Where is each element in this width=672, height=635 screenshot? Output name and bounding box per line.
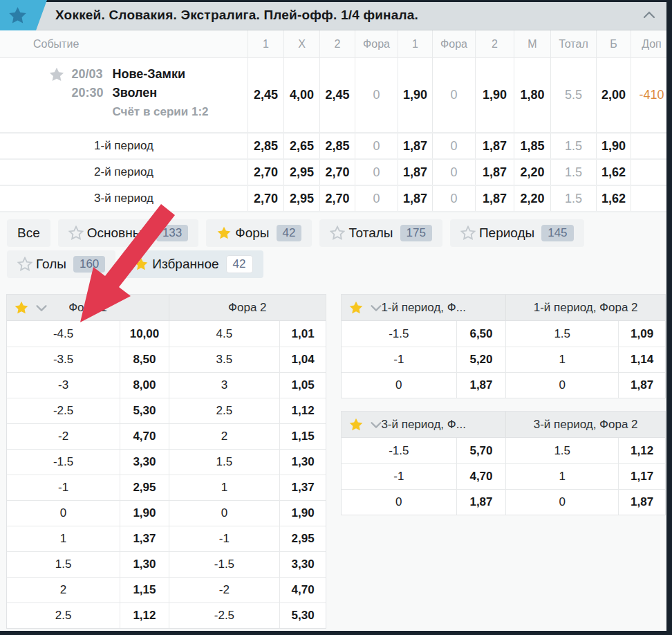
odds-cell[interactable]: 4,70 bbox=[456, 464, 506, 489]
odds-cell[interactable]: 2,85 bbox=[319, 134, 355, 158]
handicap-tables: Фора 1 Фора 2 -4.510,004.51,01-3.58,503.… bbox=[0, 282, 672, 629]
odds-cell[interactable]: 2,00 bbox=[596, 58, 631, 132]
odds-cell[interactable]: 1,87 bbox=[618, 373, 665, 398]
odds-cell[interactable]: 2,70 bbox=[319, 186, 355, 211]
filter-chip-goals[interactable]: Голы 160 bbox=[7, 250, 115, 278]
odds-cell[interactable]: 1,90 bbox=[120, 501, 169, 526]
star-filled-icon bbox=[133, 257, 149, 272]
table-body: -1.55,701.51,12-14,7011,1701,8701,87 bbox=[342, 438, 665, 515]
odds-cell[interactable]: 8,00 bbox=[120, 373, 169, 398]
odds-cell[interactable]: 6,50 bbox=[456, 321, 506, 347]
star-outline-icon bbox=[68, 226, 84, 241]
odds-cell[interactable]: 2,95 bbox=[279, 526, 326, 551]
filter-chip-main[interactable]: Основные 133 bbox=[58, 219, 199, 247]
odds-cell[interactable]: 1,87 bbox=[456, 373, 506, 398]
filter-row-2: Голы 160 Избранное 42 bbox=[7, 250, 665, 278]
handicap-cell: -2 bbox=[169, 578, 279, 602]
odds-cell[interactable]: 2,70 bbox=[248, 186, 283, 211]
odds-cell[interactable]: 3,30 bbox=[120, 450, 169, 475]
handicap-table-period1: 1-й период, Ф... 1-й период, Фора 2 -1.5… bbox=[341, 294, 666, 398]
odds-cell[interactable]: 1,05 bbox=[279, 373, 326, 398]
odds-cell[interactable]: 1,90 bbox=[279, 501, 326, 526]
odds-cell[interactable]: 1,17 bbox=[618, 464, 665, 489]
odds-cell[interactable]: 1,62 bbox=[596, 186, 631, 211]
odds-cell[interactable]: 1,62 bbox=[596, 160, 631, 185]
league-favorite-badge[interactable] bbox=[0, 0, 47, 30]
odds-cell[interactable]: 1,87 bbox=[456, 490, 506, 515]
odds-cell[interactable]: 1,12 bbox=[618, 438, 665, 463]
handicap-row: 2.51,12-2.55,30 bbox=[7, 602, 326, 628]
odds-cell[interactable]: 1,87 bbox=[398, 134, 432, 158]
param-cell: 0 bbox=[355, 134, 398, 158]
betting-page: Хоккей. Словакия. Экстралига. Плей-офф. … bbox=[0, 0, 672, 635]
odds-cell[interactable]: 5,30 bbox=[120, 398, 169, 423]
odds-cell[interactable]: 3,30 bbox=[279, 552, 326, 577]
odds-cell[interactable]: 2,70 bbox=[319, 160, 355, 185]
odds-cell[interactable]: 1,90 bbox=[596, 134, 631, 158]
extra-markets-cell[interactable]: -410 bbox=[631, 58, 672, 132]
odds-cell[interactable]: 2,45 bbox=[319, 58, 355, 132]
odds-cell[interactable]: 1,87 bbox=[475, 186, 514, 211]
odds-cell[interactable]: 4,70 bbox=[279, 578, 326, 602]
odds-cell[interactable]: 5,70 bbox=[456, 438, 506, 463]
odds-cell[interactable]: 8,50 bbox=[120, 347, 169, 372]
odds-cell[interactable]: 1,90 bbox=[475, 58, 514, 132]
odds-cell[interactable]: 1,87 bbox=[618, 490, 665, 515]
odds-cell[interactable]: 2,45 bbox=[248, 58, 283, 132]
odds-cell[interactable]: 5,20 bbox=[456, 347, 506, 372]
filter-chip-all[interactable]: Все bbox=[7, 219, 50, 247]
odds-cell[interactable]: 1,30 bbox=[120, 552, 169, 577]
odds-cell[interactable]: 1,12 bbox=[279, 398, 326, 423]
odds-cell[interactable]: 1,80 bbox=[514, 58, 550, 132]
odds-cell[interactable]: 2,95 bbox=[283, 186, 319, 211]
chevron-down-icon[interactable] bbox=[368, 417, 384, 432]
collapse-chevron-up-icon[interactable] bbox=[640, 7, 658, 24]
odds-cell[interactable]: 1,87 bbox=[475, 134, 514, 158]
odds-cell[interactable]: 4,00 bbox=[283, 58, 319, 132]
odds-cell[interactable]: 1,87 bbox=[398, 186, 432, 211]
odds-cell[interactable]: 2,20 bbox=[514, 160, 550, 185]
favorite-star-icon[interactable] bbox=[348, 300, 364, 315]
odds-cell[interactable]: 10,00 bbox=[120, 321, 169, 347]
odds-cell[interactable]: 2,95 bbox=[283, 160, 319, 185]
filter-chip-periods[interactable]: Периоды 145 bbox=[450, 219, 584, 247]
odds-cell[interactable]: 1,15 bbox=[279, 424, 326, 449]
event-favorite-star-icon[interactable] bbox=[48, 66, 65, 83]
odds-cell[interactable]: 1,30 bbox=[279, 450, 326, 475]
filter-chip-handicaps[interactable]: Форы 42 bbox=[206, 219, 312, 247]
favorite-star-icon[interactable] bbox=[348, 417, 364, 432]
odds-cell[interactable]: 2,20 bbox=[514, 186, 550, 211]
filter-chip-favorites[interactable]: Избранное 42 bbox=[123, 250, 263, 278]
odds-cell[interactable]: 1,85 bbox=[514, 134, 550, 158]
filter-chip-totals[interactable]: Тоталы 175 bbox=[319, 219, 442, 247]
column-title: 1-й период, Фора 2 bbox=[534, 301, 638, 315]
odds-cell[interactable]: 1,87 bbox=[398, 160, 432, 185]
odds-cell[interactable]: 1,15 bbox=[120, 578, 169, 602]
odds-cell[interactable]: 5,30 bbox=[279, 603, 326, 628]
odds-cell[interactable]: 1,01 bbox=[279, 321, 326, 347]
odds-cell[interactable]: 1,14 bbox=[618, 347, 665, 372]
odds-cell[interactable]: 2,85 bbox=[248, 134, 283, 158]
odds-cell[interactable]: 4,70 bbox=[120, 424, 169, 449]
odds-cell[interactable]: 1,12 bbox=[120, 603, 169, 628]
odds-cell[interactable]: 1,87 bbox=[475, 160, 514, 185]
odds-cell[interactable]: 1,09 bbox=[618, 321, 665, 347]
handicap-cell: -1 bbox=[169, 526, 279, 551]
handicap-cell: -1 bbox=[7, 475, 120, 500]
handicap-row: 1.51,30-1.53,30 bbox=[7, 551, 326, 577]
odds-cell[interactable]: 2,70 bbox=[248, 160, 283, 185]
handicap-cell: -2 bbox=[7, 424, 120, 449]
odds-cell[interactable]: 1,90 bbox=[398, 58, 432, 132]
odds-cell[interactable]: 2,95 bbox=[120, 475, 169, 500]
chevron-down-icon[interactable] bbox=[368, 300, 384, 315]
odds-cell[interactable]: 1,37 bbox=[120, 526, 169, 551]
col-event: Событие bbox=[0, 30, 248, 57]
odds-cell[interactable]: 1,37 bbox=[279, 475, 326, 500]
chip-label: Периоды bbox=[479, 226, 534, 241]
odds-cell[interactable]: 2,65 bbox=[283, 134, 319, 158]
chevron-down-icon[interactable] bbox=[34, 300, 49, 315]
odds-cell[interactable]: 1,04 bbox=[279, 347, 326, 372]
event-teams[interactable]: Нове-Замки Зволен Счёт в серии 1:2 bbox=[112, 65, 208, 121]
favorite-star-icon[interactable] bbox=[14, 300, 29, 315]
handicap-row: 01,9001,90 bbox=[7, 500, 326, 526]
